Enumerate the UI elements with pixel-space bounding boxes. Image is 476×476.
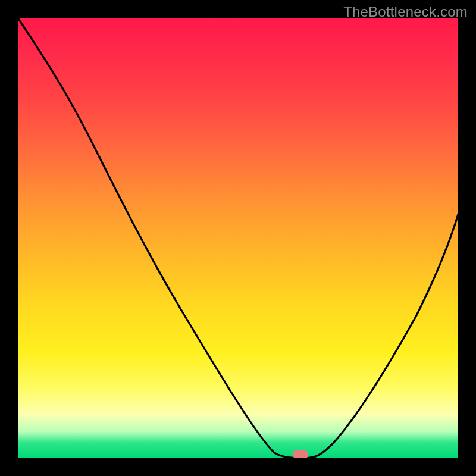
optimal-point-marker	[293, 450, 308, 458]
bottleneck-curve	[18, 18, 458, 458]
curve-path	[18, 18, 458, 458]
watermark-text: TheBottleneck.com	[343, 4, 468, 20]
chart-frame: TheBottleneck.com	[0, 0, 476, 476]
plot-area	[18, 18, 458, 458]
